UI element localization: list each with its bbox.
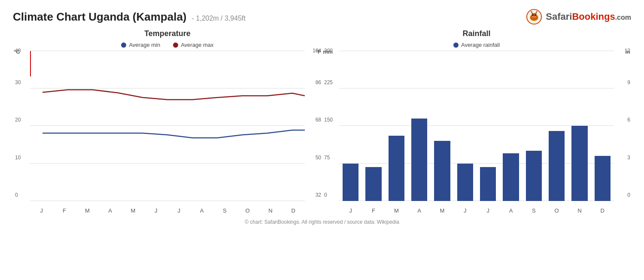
rain-y-tick-225: 225: [324, 79, 333, 85]
bar-aug-fill: [503, 153, 519, 201]
avg-max-label: Average max: [181, 42, 213, 48]
rain-y-tick-300: 300: [324, 48, 333, 54]
bar-jan: [339, 51, 362, 201]
avg-min-dot: [121, 43, 126, 48]
rain-x-n: N: [568, 207, 591, 214]
rain-y-tick-right-12: 12: [625, 48, 630, 54]
avg-min-line: [43, 130, 305, 138]
y-tick-left-20: 20: [15, 117, 21, 123]
x-label-a2: A: [190, 207, 213, 214]
y-tick-left-10: 10: [15, 155, 21, 161]
avg-max-dot: [173, 43, 178, 48]
rain-x-a2: A: [499, 207, 522, 214]
y-tick-right-68: 68: [316, 117, 321, 123]
bar-mar: [385, 51, 408, 201]
rain-y-tick-right-3: 3: [627, 155, 630, 161]
main-title: Climate Chart Uganda (Kampala): [13, 10, 187, 24]
rain-x-m1: M: [385, 207, 408, 214]
legend-avg-max: Average max: [173, 42, 213, 48]
header-row: Climate Chart Uganda (Kampala) - 1,202m …: [13, 9, 631, 25]
y-tick-left-40: 40: [15, 48, 21, 54]
rain-chart-wrap: mm in 0 0 75 3 150 6 225: [339, 51, 614, 214]
svg-point-4: [535, 14, 536, 16]
bar-feb-fill: [365, 167, 381, 201]
temperature-chart-title: Temperature: [13, 29, 322, 38]
x-label-n: N: [259, 207, 282, 214]
rain-x-j2: J: [454, 207, 477, 214]
x-label-o: O: [236, 207, 259, 214]
temperature-x-axis: J F M A M J J A S O N D: [30, 207, 305, 214]
rainfall-legend: Average rainfall: [322, 42, 631, 48]
bar-jan-fill: [343, 164, 358, 201]
temperature-chart-section: Temperature Average min Average max °C °…: [13, 29, 322, 214]
legend-avg-min: Average min: [121, 42, 160, 48]
temperature-chart-area: °C °F 0 32 10 50: [30, 51, 305, 214]
rainfall-x-axis: J F M A M J J A S O N D: [339, 207, 614, 214]
y-tick-right-104: 104: [313, 48, 321, 54]
x-label-j2: J: [145, 207, 167, 214]
avg-rainfall-dot: [453, 43, 459, 48]
svg-point-7: [534, 16, 535, 17]
rain-y-tick-right-0: 0: [627, 192, 630, 198]
bar-sep: [522, 51, 545, 201]
x-label-j3: J: [167, 207, 190, 214]
avg-rainfall-label: Average rainfall: [461, 42, 500, 48]
rain-x-j3: J: [477, 207, 499, 214]
bar-oct-fill: [549, 131, 565, 201]
rain-y-tick-0: 0: [324, 192, 327, 198]
x-label-s: S: [213, 207, 236, 214]
x-label-m2: M: [122, 207, 144, 214]
bar-chart-area: [339, 51, 614, 201]
bar-may: [431, 51, 453, 201]
charts-row: Temperature Average min Average max °C °…: [13, 29, 631, 214]
logo-icon: [526, 9, 542, 25]
bar-jul-fill: [480, 167, 496, 201]
bar-feb: [362, 51, 385, 201]
rainfall-chart-section: Rainfall Average rainfall mm in 0 0: [322, 29, 631, 214]
logo-area: SafariBookings.com: [526, 9, 631, 25]
rainfall-chart-area: mm in 0 0 75 3 150 6 225: [339, 51, 614, 214]
bar-nov-fill: [571, 126, 587, 201]
bar-nov: [568, 51, 591, 201]
rain-x-a1: A: [408, 207, 431, 214]
rain-x-j1: J: [339, 207, 362, 214]
y-tick-right-0: 32: [316, 192, 321, 198]
bar-aug: [499, 51, 522, 201]
bar-mar-fill: [389, 136, 404, 201]
subtitle: - 1,202m / 3,945ft: [192, 15, 246, 22]
bar-jul: [477, 51, 499, 201]
bar-may-fill: [434, 141, 450, 201]
svg-point-3: [532, 14, 534, 16]
temperature-svg: [30, 51, 305, 201]
legend-avg-rainfall: Average rainfall: [453, 42, 500, 48]
bar-dec-fill: [595, 156, 611, 201]
rain-y-tick-150: 150: [324, 117, 333, 123]
rain-y-tick-right-9: 9: [627, 79, 630, 85]
avg-min-label: Average min: [129, 42, 160, 48]
bar-dec: [591, 51, 614, 201]
x-label-a1: A: [99, 207, 122, 214]
bar-jun: [454, 51, 477, 201]
temp-chart-wrap: °C °F 0 32 10 50: [30, 51, 305, 214]
x-label-f: F: [53, 207, 76, 214]
rainfall-chart-title: Rainfall: [322, 29, 631, 38]
rain-x-f: F: [362, 207, 385, 214]
rain-x-s: S: [522, 207, 545, 214]
page-container: Climate Chart Uganda (Kampala) - 1,202m …: [0, 0, 644, 280]
bar-oct: [545, 51, 568, 201]
rain-x-m2: M: [431, 207, 453, 214]
logo-text: SafariBookings.com: [546, 11, 631, 22]
bar-sep-fill: [526, 151, 542, 201]
y-tick-left-30: 30: [15, 79, 21, 85]
footer-text: © chart: SafariBookings. All rights rese…: [13, 219, 631, 225]
bar-apr: [408, 51, 431, 201]
rain-y-tick-right-6: 6: [627, 117, 630, 123]
y-tick-right-86: 86: [316, 79, 321, 85]
rain-x-o: O: [545, 207, 568, 214]
title-group: Climate Chart Uganda (Kampala) - 1,202m …: [13, 10, 246, 24]
avg-max-line: [43, 90, 305, 100]
rain-x-d: D: [591, 207, 614, 214]
bar-apr-fill: [411, 119, 427, 201]
x-label-j1: J: [30, 207, 53, 214]
y-tick-left-0: 0: [15, 192, 18, 198]
